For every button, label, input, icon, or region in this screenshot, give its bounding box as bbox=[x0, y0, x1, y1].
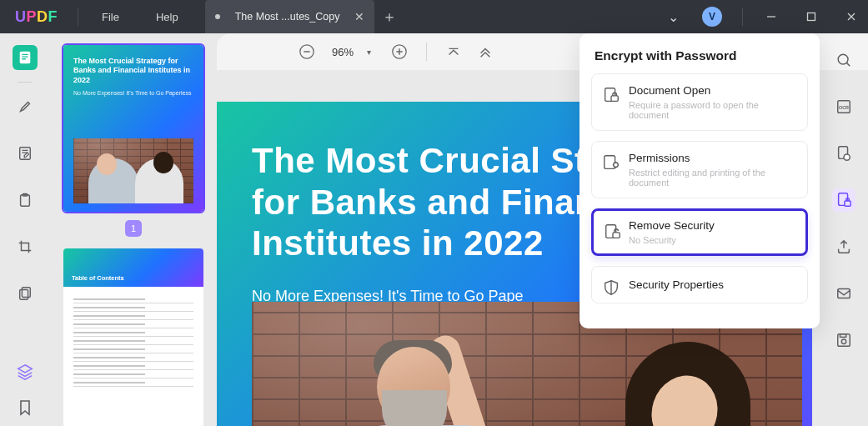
zoom-in-button[interactable] bbox=[388, 40, 411, 63]
page-h1-line3: Institutes in 2022 bbox=[252, 223, 544, 263]
permissions-icon bbox=[602, 153, 620, 172]
card-permissions[interactable]: Permissions Restrict editing and printin… bbox=[591, 141, 808, 198]
mail-icon bbox=[835, 285, 852, 302]
card-security-properties[interactable]: Security Properties bbox=[591, 266, 808, 303]
thumb2-toc-title: Table of Contents bbox=[72, 274, 124, 282]
tool-highlight[interactable] bbox=[13, 94, 38, 119]
tab-dirty-dot bbox=[215, 14, 220, 19]
window-minimize-button[interactable] bbox=[755, 0, 788, 33]
card-perm-sub: Restrict editing and printing of the doc… bbox=[629, 168, 795, 188]
shield-icon bbox=[602, 278, 620, 297]
svg-rect-1 bbox=[20, 52, 31, 63]
card-remove-title: Remove Security bbox=[629, 219, 795, 232]
menu-help[interactable]: Help bbox=[138, 11, 197, 23]
left-toolbar-bottom bbox=[0, 363, 50, 426]
save-icon bbox=[835, 332, 852, 348]
window-close-button[interactable] bbox=[835, 0, 868, 33]
share-icon bbox=[835, 238, 852, 255]
svg-rect-25 bbox=[840, 334, 845, 338]
tool-reader[interactable] bbox=[13, 45, 38, 70]
crop-icon bbox=[18, 239, 33, 254]
prev-page-button[interactable] bbox=[474, 40, 497, 63]
user-avatar[interactable]: V bbox=[702, 7, 722, 27]
card-perm-title: Permissions bbox=[629, 152, 795, 164]
svg-rect-10 bbox=[611, 96, 618, 101]
svg-rect-14 bbox=[613, 233, 620, 238]
first-page-icon bbox=[446, 44, 461, 59]
svg-text:OCR: OCR bbox=[839, 105, 849, 110]
tool-share[interactable] bbox=[832, 235, 855, 258]
tool-email[interactable] bbox=[832, 282, 855, 305]
svg-point-24 bbox=[841, 339, 845, 343]
card-docopen-title: Document Open bbox=[629, 84, 795, 97]
search-icon bbox=[835, 52, 852, 68]
card-docopen-sub: Require a password to open the document bbox=[629, 100, 795, 120]
tool-clipboard[interactable] bbox=[13, 188, 38, 213]
new-tab-button[interactable]: ＋ bbox=[374, 7, 404, 27]
thumb1-subtitle: No More Expenses! It's Time to Go Paperl… bbox=[73, 90, 193, 96]
card-remove-sub: No Security bbox=[629, 235, 795, 245]
zoom-out-button[interactable] bbox=[295, 40, 319, 63]
svg-rect-21 bbox=[845, 201, 850, 206]
thumbnail-page-1[interactable]: The Most Crucial Strategy for Banks and … bbox=[63, 45, 203, 212]
svg-point-19 bbox=[844, 154, 850, 160]
zoom-out-icon bbox=[299, 43, 315, 60]
svg-point-15 bbox=[838, 54, 848, 64]
window-maximize-button[interactable] bbox=[795, 0, 828, 33]
app-logo: UPDF bbox=[0, 8, 73, 26]
zoom-in-icon bbox=[391, 43, 408, 60]
page-h1-line2: for Banks and Finan bbox=[252, 183, 596, 222]
svg-rect-11 bbox=[605, 156, 615, 169]
layers-icon bbox=[16, 363, 34, 381]
chevron-up-double-icon bbox=[478, 44, 493, 59]
thumb1-title: The Most Crucial Strategy for Banks and … bbox=[73, 57, 193, 85]
edit-page-icon bbox=[18, 146, 33, 161]
page-lock-icon bbox=[835, 192, 852, 208]
thumb1-photo bbox=[73, 138, 193, 203]
tab-title: The Most ...utes_Copy bbox=[235, 11, 340, 23]
thumbnail-page-2[interactable]: Table of Contents bbox=[63, 248, 203, 426]
highlighter-icon bbox=[18, 99, 33, 114]
encrypt-panel-title: Encrypt with Password bbox=[595, 48, 805, 63]
right-toolbar: OCR bbox=[820, 33, 868, 426]
thumb1-pagenum: 1 bbox=[125, 220, 142, 237]
tab-close-icon[interactable]: ✕ bbox=[354, 10, 364, 23]
card-props-title: Security Properties bbox=[629, 278, 795, 291]
tool-crop[interactable] bbox=[13, 234, 38, 259]
tool-protect[interactable] bbox=[832, 188, 855, 212]
tool-print[interactable] bbox=[832, 328, 855, 352]
thumbnail-panel: The Most Crucial Strategy for Banks and … bbox=[50, 33, 217, 426]
encrypt-panel: Encrypt with Password Document Open Requ… bbox=[580, 33, 820, 328]
first-page-button[interactable] bbox=[442, 40, 465, 63]
document-tab[interactable]: The Most ...utes_Copy ✕ bbox=[205, 0, 375, 33]
tool-search[interactable] bbox=[832, 48, 855, 72]
page-icon bbox=[18, 50, 33, 65]
tool-layers[interactable] bbox=[16, 363, 34, 381]
page-h1-line1: The Most Crucial Str bbox=[252, 141, 600, 180]
chevron-down-icon[interactable]: ⌄ bbox=[660, 9, 687, 25]
svg-rect-0 bbox=[808, 13, 815, 21]
clipboard-icon bbox=[18, 193, 33, 208]
maximize-icon bbox=[806, 12, 816, 22]
ocr-icon: OCR bbox=[835, 98, 852, 115]
zoom-dropdown[interactable]: ▾ bbox=[367, 48, 379, 57]
tool-bookmark[interactable] bbox=[18, 399, 33, 416]
card-remove-security[interactable]: Remove Security No Security bbox=[591, 208, 808, 256]
pages-icon bbox=[18, 286, 33, 301]
tool-ocr[interactable]: OCR bbox=[832, 95, 855, 118]
document-lock-icon bbox=[602, 86, 620, 104]
tool-watermark[interactable] bbox=[832, 142, 855, 165]
title-bar: UPDF File Help The Most ...utes_Copy ✕ ＋… bbox=[0, 0, 868, 33]
tool-edit-text[interactable] bbox=[13, 141, 38, 166]
tool-pages[interactable] bbox=[13, 281, 38, 306]
bookmark-icon bbox=[18, 399, 33, 416]
svg-point-12 bbox=[614, 163, 619, 168]
close-icon bbox=[846, 12, 856, 22]
unlock-icon bbox=[604, 223, 622, 241]
minimize-icon bbox=[766, 12, 776, 22]
menu-file[interactable]: File bbox=[83, 11, 138, 23]
svg-rect-5 bbox=[20, 290, 28, 300]
page-circle-icon bbox=[835, 145, 852, 162]
zoom-value[interactable]: 96% bbox=[327, 46, 359, 58]
card-document-open[interactable]: Document Open Require a password to open… bbox=[591, 73, 808, 131]
